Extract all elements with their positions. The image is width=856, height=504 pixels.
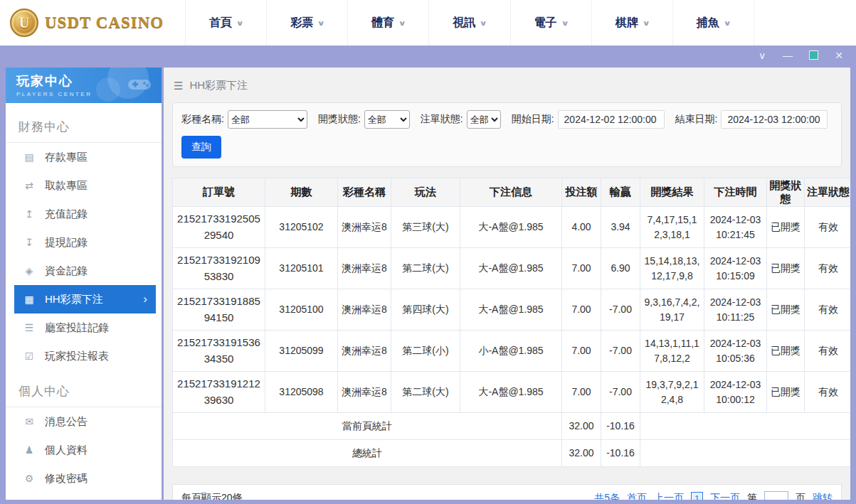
cell-bet-amount: 4.00 xyxy=(562,207,601,248)
cell-period: 31205098 xyxy=(265,372,338,413)
cell-bet-time: 2024-12-03 10:11:25 xyxy=(704,289,767,331)
cell-lottery-name: 澳洲幸运8 xyxy=(338,331,391,372)
deposit-icon: ▤ xyxy=(23,151,36,163)
cell-draw-result: 7,4,17,15,12,3,18,1 xyxy=(640,207,704,248)
draw-status-label: 開獎狀態: xyxy=(318,113,361,126)
sidebar-item-change-password[interactable]: ⚙修改密碼 xyxy=(6,464,162,493)
nav-item-sports[interactable]: 體育∨ xyxy=(348,0,429,45)
lottery-name-select[interactable]: 全部 xyxy=(228,110,307,129)
summary-bet-amount: 32.00 xyxy=(562,413,601,440)
sidebar-item-deposit-zone[interactable]: ▤存款專區 xyxy=(6,143,162,171)
funds-record-icon: ◈ xyxy=(23,265,36,277)
sidebar-item-label: 廳室投註記錄 xyxy=(45,321,109,335)
cell-play-type: 第二球(大) xyxy=(391,372,460,413)
sidebar-item-label: 取款專區 xyxy=(45,179,88,193)
cell-order-status: 有效 xyxy=(805,331,851,372)
cell-draw-result: 15,14,18,13,12,17,9,8 xyxy=(640,248,704,289)
lottery-name-label: 彩種名稱: xyxy=(181,113,224,126)
sidebar-item-announcements[interactable]: ✉消息公告 xyxy=(6,407,162,436)
nav-item-home[interactable]: 首頁∨ xyxy=(185,0,267,45)
bets-table: 訂單號期數彩種名稱玩法下注信息投注額輸贏開獎結果下注時間開獎狀態注單狀態 215… xyxy=(172,178,850,467)
start-date-label: 開始日期: xyxy=(512,113,554,126)
cell-order-no: 2152173319121239630 xyxy=(173,372,265,413)
window-close-button[interactable]: ✕ xyxy=(833,50,845,60)
list-icon: ☰ xyxy=(23,322,36,333)
search-button[interactable]: 查詢 xyxy=(181,136,221,159)
jump-button[interactable]: 跳转 xyxy=(813,492,833,500)
current-page-indicator[interactable]: 1 xyxy=(691,492,703,500)
cell-lottery-name: 澳洲幸运8 xyxy=(338,289,391,331)
column-header-win-loss: 輸贏 xyxy=(601,178,640,207)
nav-item-label: 彩票 xyxy=(290,16,313,31)
chevron-down-icon: ∨ xyxy=(561,19,569,27)
sidebar-section-personal-center: 個人中心 xyxy=(6,377,162,407)
table-row: 215217331915363435031205099澳洲幸运8第二球(小)小-… xyxy=(173,331,851,372)
casino-logo[interactable]: U USDT CASINO xyxy=(10,0,175,45)
cell-bet-amount: 7.00 xyxy=(562,248,601,289)
pager: 共5条 首页 上一页 1 下一页 第 页 跳转 xyxy=(594,491,833,500)
cell-draw-status: 已開獎 xyxy=(767,372,805,413)
summary-win-loss: -10.16 xyxy=(601,440,640,467)
page-title: HH彩票下注 xyxy=(189,79,248,92)
nav-item-fishing[interactable]: 捕魚∨ xyxy=(673,0,754,45)
first-page-link[interactable]: 首页 xyxy=(627,492,647,500)
jump-prefix: 第 xyxy=(747,492,757,500)
nav-item-label: 棋牌 xyxy=(615,16,638,31)
chevron-right-icon: › xyxy=(143,292,149,306)
nav-item-label: 電子 xyxy=(534,16,557,31)
sidebar-item-hh-lottery-bets[interactable]: ▦HH彩票下注› xyxy=(14,285,156,313)
cell-win-loss: 6.90 xyxy=(601,248,640,289)
main-nav: 首頁∨彩票∨體育∨視訊∨電子∨棋牌∨捕魚∨ xyxy=(185,0,754,45)
cell-order-status: 有效 xyxy=(805,372,851,413)
cell-win-loss: 3.94 xyxy=(601,207,640,248)
cell-bet-info: 大-A盤@1.985 xyxy=(460,372,562,413)
hamburger-icon[interactable]: ☰ xyxy=(174,80,183,92)
sidebar-section-finance-center: 財務中心 xyxy=(6,113,162,143)
start-date-input[interactable] xyxy=(558,110,665,129)
table-row: 215217331921095383031205101澳洲幸运8第二球(大)大-… xyxy=(173,248,851,289)
cell-win-loss: -7.00 xyxy=(601,331,640,372)
cell-bet-amount: 7.00 xyxy=(562,331,601,372)
withdraw-icon: ⇄ xyxy=(23,180,36,191)
jump-suffix: 页 xyxy=(796,492,805,500)
next-page-link[interactable]: 下一页 xyxy=(710,492,740,500)
prev-page-link[interactable]: 上一页 xyxy=(654,492,684,500)
column-header-bet-amount: 投注額 xyxy=(562,178,601,207)
column-header-order-status: 注單狀態 xyxy=(805,178,851,207)
sidebar-item-player-bet-report[interactable]: ☑玩家投注報表 xyxy=(6,342,162,370)
page-jump-input[interactable] xyxy=(764,491,788,500)
sidebar-item-funds-records[interactable]: ◈資金記錄 xyxy=(6,257,162,285)
nav-item-live-video[interactable]: 視訊∨ xyxy=(429,0,510,45)
draw-status-select[interactable]: 全部 xyxy=(364,110,410,129)
sidebar-item-recharge-records[interactable]: ↥充值記錄 xyxy=(6,200,162,228)
cell-order-no: 2152173319210953830 xyxy=(173,248,265,289)
chevron-down-icon: ∨ xyxy=(723,19,731,27)
cell-order-status: 有效 xyxy=(805,207,851,248)
sidebar-item-withdrawal-records[interactable]: ↧提現記錄 xyxy=(6,228,162,257)
sidebar-item-room-bet-records[interactable]: ☰廳室投註記錄 xyxy=(6,313,162,342)
nav-item-electronic[interactable]: 電子∨ xyxy=(511,0,592,45)
cell-lottery-name: 澳洲幸运8 xyxy=(338,248,391,289)
order-status-select[interactable]: 全部 xyxy=(467,110,501,129)
end-date-label: 結束日期: xyxy=(675,113,718,126)
sidebar-item-withdraw-zone[interactable]: ⇄取款專區 xyxy=(6,171,162,200)
summary-win-loss: -10.16 xyxy=(601,413,640,440)
casino-top-nav: U USDT CASINO 首頁∨彩票∨體育∨視訊∨電子∨棋牌∨捕魚∨ xyxy=(0,0,856,45)
bets-table-wrap: 訂單號期數彩種名稱玩法下注信息投注額輸贏開獎結果下注時間開獎狀態注單狀態 215… xyxy=(172,178,842,467)
nav-item-lottery[interactable]: 彩票∨ xyxy=(267,0,348,45)
cell-play-type: 第二球(小) xyxy=(391,331,460,372)
cell-order-no: 2152173319250529540 xyxy=(173,207,265,248)
filter-panel: 彩種名稱: 全部 開獎狀態: 全部 注單狀態: 全部 開始日期: 結束日期: 查… xyxy=(172,102,842,167)
end-date-input[interactable] xyxy=(721,110,828,129)
summary-empty-cell xyxy=(640,413,851,440)
cell-draw-result: 14,13,1,11,17,8,12,2 xyxy=(640,331,704,372)
sidebar-item-profile[interactable]: ♟個人資料 xyxy=(6,436,162,464)
report-icon: ☑ xyxy=(23,350,36,362)
window-maximize-button[interactable] xyxy=(808,50,819,61)
window-dropdown-icon[interactable]: ∨ xyxy=(756,50,768,60)
sidebar-item-label: HH彩票下注 xyxy=(45,293,103,306)
withdrawal-record-icon: ↧ xyxy=(23,237,36,248)
table-row: 215217331918859415031205100澳洲幸运8第四球(大)大-… xyxy=(173,289,851,331)
window-minimize-button[interactable]: — xyxy=(782,50,793,60)
nav-item-board-games[interactable]: 棋牌∨ xyxy=(592,0,673,45)
